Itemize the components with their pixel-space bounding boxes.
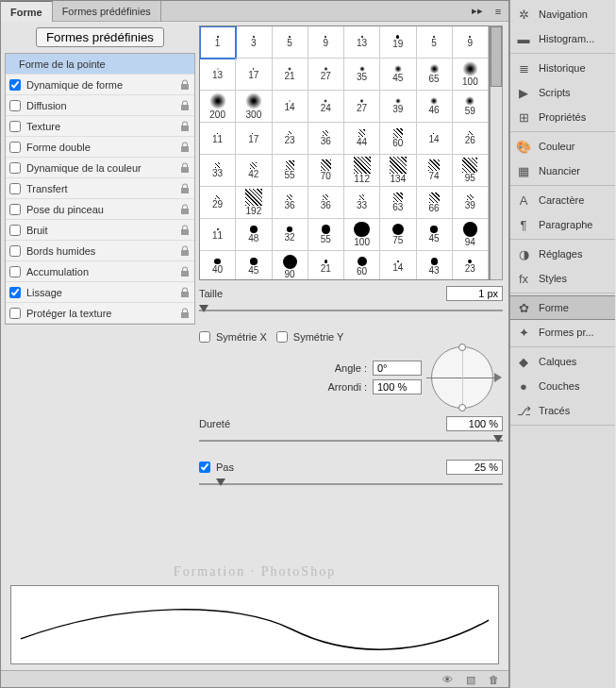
new-preset-icon[interactable]: ▧ bbox=[466, 674, 475, 684]
setting-pose-du-pinceau[interactable]: Pose du pinceau bbox=[6, 199, 194, 220]
brush-preset-cell[interactable]: 112 bbox=[344, 155, 380, 187]
brush-preset-cell[interactable]: 100 bbox=[344, 219, 380, 251]
dock-item-historique[interactable]: ≣Historique bbox=[510, 56, 615, 80]
brush-preset-cell[interactable]: 95 bbox=[453, 155, 489, 187]
brush-preset-cell[interactable]: 39 bbox=[380, 91, 416, 123]
setting-diffusion[interactable]: Diffusion bbox=[6, 95, 194, 116]
dock-item-scripts[interactable]: ▶Scripts bbox=[510, 80, 615, 105]
tab-forme[interactable]: Forme bbox=[1, 1, 53, 22]
brush-preset-cell[interactable]: 36 bbox=[308, 187, 344, 219]
brush-preset-cell[interactable]: 24 bbox=[308, 91, 344, 123]
setting-checkbox[interactable] bbox=[9, 287, 21, 298]
brush-preset-cell[interactable]: 63 bbox=[380, 187, 416, 219]
brush-preset-cell[interactable]: 192 bbox=[236, 187, 272, 219]
spacing-slider[interactable] bbox=[199, 477, 503, 492]
setting-bruit[interactable]: Bruit bbox=[6, 220, 194, 241]
dock-item-couches[interactable]: ●Couches bbox=[510, 374, 615, 398]
setting-checkbox[interactable] bbox=[9, 183, 21, 194]
brush-preset-cell[interactable]: 14 bbox=[380, 251, 416, 280]
brush-tip-shape[interactable]: Forme de la pointe bbox=[6, 54, 194, 75]
dock-item-propri-t-s[interactable]: ⊞Propriétés bbox=[510, 105, 615, 129]
brush-preset-cell[interactable]: 75 bbox=[380, 219, 416, 251]
brush-preset-cell[interactable]: 45 bbox=[236, 251, 272, 280]
size-slider[interactable] bbox=[199, 303, 503, 318]
brush-preset-cell[interactable]: 13 bbox=[344, 26, 380, 59]
dock-item-forme[interactable]: ✿Forme bbox=[510, 295, 615, 320]
dock-item-formes-pr-[interactable]: ✦Formes pr... bbox=[510, 320, 615, 344]
brush-preset-cell[interactable]: 17 bbox=[236, 59, 272, 91]
brush-preset-cell[interactable]: 19 bbox=[380, 26, 416, 59]
brush-preset-cell[interactable]: 17 bbox=[236, 123, 272, 155]
size-input[interactable] bbox=[446, 286, 503, 301]
brush-preset-cell[interactable]: 65 bbox=[417, 59, 453, 91]
setting-checkbox[interactable] bbox=[9, 162, 21, 174]
setting-checkbox[interactable] bbox=[9, 100, 21, 111]
brush-preset-cell[interactable]: 300 bbox=[236, 91, 272, 123]
setting-dynamique-de-la-couleur[interactable]: Dynamique de la couleur bbox=[6, 158, 194, 178]
brush-preset-cell[interactable]: 66 bbox=[417, 187, 453, 219]
brush-grid-scrollbar[interactable] bbox=[490, 25, 503, 280]
setting-checkbox[interactable] bbox=[9, 266, 21, 277]
brush-preset-cell[interactable]: 45 bbox=[380, 59, 416, 91]
dock-item-histogram-[interactable]: ▬Histogram... bbox=[510, 26, 615, 51]
brush-preset-cell[interactable]: 13 bbox=[200, 59, 236, 91]
brush-preset-cell[interactable]: 40 bbox=[200, 251, 236, 280]
hardness-input[interactable] bbox=[446, 416, 503, 431]
brush-preset-cell[interactable]: 1 bbox=[200, 26, 236, 59]
hardness-slider[interactable] bbox=[199, 433, 503, 448]
brush-preset-cell[interactable]: 33 bbox=[200, 155, 236, 187]
brush-preset-cell[interactable]: 48 bbox=[236, 219, 272, 251]
setting-transfert[interactable]: Transfert bbox=[6, 178, 194, 199]
setting-dynamique-de-forme[interactable]: Dynamique de forme bbox=[6, 75, 194, 95]
brush-preset-cell[interactable]: 35 bbox=[344, 59, 380, 91]
dock-item-paragraphe[interactable]: ¶Paragraphe bbox=[510, 212, 615, 237]
panel-menu-icon[interactable]: ≡ bbox=[488, 6, 508, 17]
toggle-preview-icon[interactable]: 👁 bbox=[442, 674, 453, 684]
brush-preset-cell[interactable]: 60 bbox=[344, 251, 380, 280]
angle-input[interactable] bbox=[373, 361, 422, 376]
setting-checkbox[interactable] bbox=[9, 79, 21, 91]
brush-preset-cell[interactable]: 14 bbox=[273, 91, 308, 123]
dock-item-styles[interactable]: fxStyles bbox=[510, 266, 615, 291]
brush-preset-cell[interactable]: 11 bbox=[200, 123, 236, 155]
trash-icon[interactable]: 🗑 bbox=[489, 674, 499, 684]
brush-preset-cell[interactable]: 134 bbox=[380, 155, 416, 187]
brush-preset-cell[interactable]: 55 bbox=[308, 219, 344, 251]
setting-texture[interactable]: Texture bbox=[6, 116, 194, 137]
brush-preset-cell[interactable]: 21 bbox=[308, 251, 344, 280]
brush-preset-cell[interactable]: 59 bbox=[453, 91, 489, 123]
brush-preset-cell[interactable]: 9 bbox=[308, 26, 344, 59]
brush-preset-cell[interactable]: 26 bbox=[453, 123, 489, 155]
brush-preset-cell[interactable]: 27 bbox=[308, 59, 344, 91]
brush-preset-cell[interactable]: 21 bbox=[273, 59, 308, 91]
brush-preset-cell[interactable]: 44 bbox=[344, 123, 380, 155]
brush-presets-button[interactable]: Formes prédéfinies bbox=[36, 27, 164, 47]
dock-item-calques[interactable]: ◆Calques bbox=[510, 349, 615, 374]
dock-item-couleur[interactable]: 🎨Couleur bbox=[510, 134, 615, 159]
brush-preset-cell[interactable]: 23 bbox=[453, 251, 489, 280]
brush-preset-cell[interactable]: 32 bbox=[273, 219, 308, 251]
setting-checkbox[interactable] bbox=[9, 225, 21, 236]
brush-preset-cell[interactable]: 33 bbox=[344, 187, 380, 219]
setting-lissage[interactable]: Lissage bbox=[6, 282, 194, 303]
setting-forme-double[interactable]: Forme double bbox=[6, 137, 194, 158]
brush-preset-cell[interactable]: 39 bbox=[453, 187, 489, 219]
dock-item-trac-s[interactable]: ⎇Tracés bbox=[510, 398, 615, 423]
dock-item-caract-re[interactable]: ACaractère bbox=[510, 188, 615, 212]
setting-checkbox[interactable] bbox=[9, 121, 21, 132]
spacing-input[interactable] bbox=[446, 460, 503, 475]
brush-preset-cell[interactable]: 100 bbox=[453, 59, 489, 91]
brush-preset-cell[interactable]: 42 bbox=[236, 155, 272, 187]
brush-preset-cell[interactable]: 14 bbox=[417, 123, 453, 155]
brush-preset-cell[interactable]: 3 bbox=[236, 26, 272, 59]
brush-preset-cell[interactable]: 74 bbox=[417, 155, 453, 187]
brush-preset-cell[interactable]: 11 bbox=[200, 219, 236, 251]
setting-checkbox[interactable] bbox=[9, 308, 21, 319]
setting-prot-ger-la-texture[interactable]: Protéger la texture bbox=[6, 303, 194, 324]
brush-preset-cell[interactable]: 9 bbox=[453, 26, 489, 59]
brush-preset-cell[interactable]: 70 bbox=[308, 155, 344, 187]
brush-preset-cell[interactable]: 29 bbox=[200, 187, 236, 219]
brush-preset-cell[interactable]: 94 bbox=[453, 219, 489, 251]
dock-item-r-glages[interactable]: ◑Réglages bbox=[510, 242, 615, 266]
brush-preset-cell[interactable]: 55 bbox=[273, 155, 308, 187]
